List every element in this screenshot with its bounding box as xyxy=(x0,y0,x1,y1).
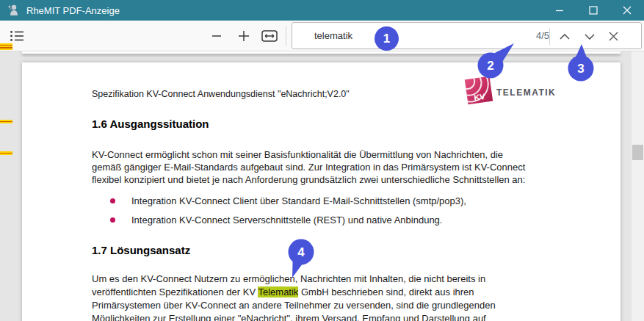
annotation-4: 4 xyxy=(285,237,318,281)
line-segment: veröffentlichten Spezifikationen der KV xyxy=(92,286,258,297)
paragraph-line: veröffentlichten Spezifikationen der KV … xyxy=(92,286,474,298)
search-divider xyxy=(549,28,550,45)
app-icon xyxy=(6,3,21,18)
bullet-text: Integration KV-Connect Client über Stand… xyxy=(131,195,466,206)
plus-icon xyxy=(238,30,250,42)
fit-width-button[interactable] xyxy=(258,25,281,47)
minimize-button[interactable] xyxy=(543,0,576,21)
annotation-3-number: 3 xyxy=(577,62,584,76)
paragraph-line: Primärsystemen über KV-Connect an andere… xyxy=(92,299,496,311)
search-counter: 4/5 xyxy=(520,30,549,41)
annotation-3: 3 xyxy=(565,40,598,84)
annotation-1-circle: 1 xyxy=(375,26,399,51)
line-segment: GmbH beschrieben sind, direkt aus ihren xyxy=(298,286,474,297)
bullet-icon xyxy=(110,217,115,223)
bullet-item: Integration KV-Connect Serverschnittstel… xyxy=(110,214,442,226)
window-title: RheMIT PDF-Anzeige xyxy=(26,5,120,16)
paragraph-line: flexibel konzipiert und bietet je nach A… xyxy=(92,173,525,186)
section-heading-1-6: 1.6 Ausgangssituation xyxy=(92,118,209,130)
content-area: Spezifikation KV-Connect Anwendungsdiens… xyxy=(0,51,644,321)
search-highlight-telematik: Telematik xyxy=(258,286,298,297)
close-button[interactable] xyxy=(610,0,644,21)
app-window: RheMIT PDF-Anzeige xyxy=(0,0,644,321)
paragraph-line: Möglichkeiten zur Erstellung einer "eNac… xyxy=(92,312,486,321)
titlebar: RheMIT PDF-Anzeige xyxy=(0,0,644,21)
bullet-icon xyxy=(110,198,115,203)
fit-width-icon xyxy=(261,30,278,42)
search-result-marker xyxy=(0,151,12,155)
annotation-2: 2 xyxy=(474,38,519,81)
pdf-page: Spezifikation KV-Connect Anwendungsdiens… xyxy=(22,62,621,321)
bullet-text: Integration KV-Connect Serverschnittstel… xyxy=(131,214,442,226)
minimize-icon xyxy=(555,6,564,15)
maximize-icon xyxy=(589,6,598,15)
search-result-marker xyxy=(0,120,12,123)
close-search-icon xyxy=(609,32,618,41)
search-input[interactable] xyxy=(314,30,498,41)
search-result-marker xyxy=(0,43,12,50)
annotation-2-number: 2 xyxy=(487,59,493,73)
minus-icon xyxy=(211,31,222,41)
bullet-item: Integration KV-Connect Client über Stand… xyxy=(110,195,466,206)
close-icon xyxy=(623,6,632,15)
chevron-down-icon xyxy=(585,34,595,40)
logo-brand-text: TELEMATIK xyxy=(496,87,556,98)
logo-kv-text: KV xyxy=(473,92,485,102)
doc-header: Spezifikation KV-Connect Anwendungsdiens… xyxy=(92,89,350,99)
scrollbar[interactable] xyxy=(632,21,644,321)
toolbar-divider xyxy=(286,26,286,46)
outline-icon xyxy=(10,30,24,42)
annotation-4-number: 4 xyxy=(297,245,305,259)
annotation-1: 1 xyxy=(375,26,399,51)
previous-page-edge xyxy=(22,51,621,54)
scrollbar-thumb[interactable] xyxy=(632,145,643,160)
section-heading-1-7: 1.7 Lösungsansatz xyxy=(92,244,190,256)
chevron-up-icon xyxy=(560,34,570,40)
zoom-out-button[interactable] xyxy=(206,25,228,47)
close-search-button[interactable] xyxy=(602,26,624,47)
paragraph-line: gemäß gängiger E-Mail-Standards aufgebau… xyxy=(92,161,525,173)
maximize-button[interactable] xyxy=(576,0,610,21)
zoom-in-button[interactable] xyxy=(233,25,255,47)
paragraph-line: KV-Connect ermöglicht schon mit seiner B… xyxy=(92,148,503,161)
